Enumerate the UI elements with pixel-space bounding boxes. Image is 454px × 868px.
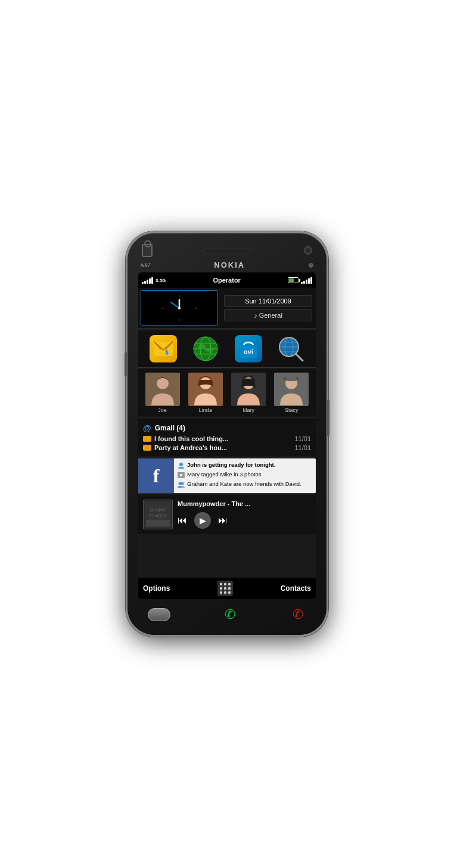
- phone-device: N97 NOKIA 3.5G Operator: [126, 231, 328, 637]
- svg-point-39: [180, 474, 182, 476]
- softkey-bar: Options Contacts: [138, 578, 316, 599]
- music-controls: ⏮ ▶ ⏭: [178, 512, 311, 529]
- contact-photo-linda: [188, 373, 223, 406]
- status-bar: 3.5G Operator: [138, 272, 316, 288]
- fb-update-1: John is getting ready for tonight.: [187, 461, 275, 469]
- play-button[interactable]: ▶: [194, 512, 211, 529]
- gmail-item-1[interactable]: I found this cool thing... 11/01: [143, 435, 311, 442]
- contact-photo-mary: [231, 373, 266, 406]
- album-art-svg: MUMMY POWDER: [144, 500, 172, 529]
- contacts-softkey[interactable]: Contacts: [281, 584, 311, 593]
- signal-bar-2: [144, 281, 146, 284]
- stacy-avatar-svg: [274, 373, 309, 406]
- signal-icon: [142, 277, 153, 284]
- svg-point-3: [178, 307, 181, 309]
- facebook-widget[interactable]: f John is getting ready for tonight. Mar…: [138, 458, 316, 494]
- signal-bar-5: [151, 277, 153, 284]
- contact-name-mary: Mary: [242, 407, 254, 413]
- status-right: [288, 277, 312, 284]
- joe-avatar-svg: [145, 373, 180, 406]
- fb-item-3: Graham and Kate are now friends with Dav…: [178, 480, 312, 488]
- svg-rect-36: [287, 375, 296, 381]
- gmail-at-icon: @: [143, 423, 151, 433]
- fb-item-1: John is getting ready for tonight.: [178, 461, 312, 469]
- contact-mary[interactable]: Mary: [228, 373, 269, 413]
- contacts-row: Joe Linda: [138, 369, 316, 417]
- contact-photo-joe: [145, 373, 180, 406]
- options-softkey[interactable]: Options: [143, 584, 170, 593]
- gmail-header: @ Gmail (4): [143, 423, 311, 433]
- clock-widget[interactable]: Sun 11/01/2009 ♪ General: [138, 288, 316, 328]
- gmail-title: Gmail (4): [155, 424, 185, 432]
- gmail-subject-2: Party at Andrea's hou...: [154, 444, 227, 451]
- phone-screen: 3.5G Operator: [138, 272, 316, 599]
- svg-text:ovi: ovi: [244, 348, 253, 355]
- clock-face: [141, 290, 218, 326]
- phone-bottom-bar: ✆ ✆: [136, 599, 318, 627]
- contact-name-joe: Joe: [158, 407, 167, 413]
- album-art: MUMMY POWDER: [143, 500, 173, 529]
- menu-button[interactable]: [217, 581, 233, 596]
- contact-name-stacy: Stacy: [285, 407, 298, 413]
- call-button[interactable]: ✆: [222, 605, 238, 624]
- contact-joe[interactable]: Joe: [142, 373, 183, 413]
- fb-update-3: Graham and Kate are now friends with Dav…: [187, 480, 301, 488]
- ovi-app-icon[interactable]: ovi: [235, 335, 262, 362]
- fb-friends-icon: [178, 481, 185, 488]
- gmail-subject-1: I found this cool thing...: [154, 435, 228, 442]
- contact-stacy[interactable]: Stacy: [271, 373, 312, 413]
- search-app-icon[interactable]: [277, 335, 304, 362]
- contact-name-linda: Linda: [199, 407, 212, 413]
- mary-avatar-svg: [231, 373, 266, 406]
- svg-point-41: [181, 482, 184, 485]
- end-call-button[interactable]: ✆: [290, 605, 306, 624]
- gmail-date-1: 11/01: [294, 435, 311, 442]
- contact-photo-stacy: [274, 373, 309, 406]
- linda-avatar-svg: [188, 373, 223, 406]
- signal-bar-1: [142, 282, 144, 284]
- fb-person-icon-1: [178, 462, 185, 469]
- profile-display: ♪ General: [224, 309, 312, 321]
- gmail-item-2[interactable]: Party at Andrea's hou... 11/01: [143, 444, 311, 451]
- web-app-icon[interactable]: [192, 335, 219, 362]
- gmail-widget[interactable]: @ Gmail (4) I found this cool thing... 1…: [138, 418, 316, 457]
- home-button[interactable]: [148, 608, 170, 621]
- secondary-camera: [309, 263, 313, 268]
- menu-dot-row-3: [220, 591, 231, 594]
- mail-app-icon[interactable]: [150, 335, 177, 362]
- operator-label: Operator: [213, 277, 240, 284]
- music-widget[interactable]: MUMMY POWDER Mummypowder - The ... ⏮ ▶ ⏭: [138, 495, 316, 534]
- contact-linda[interactable]: Linda: [185, 373, 226, 413]
- svg-rect-46: [146, 520, 170, 527]
- ovi-icon-svg: ovi: [235, 336, 262, 362]
- call-icon: ✆: [225, 607, 235, 622]
- network-label: 3.5G: [156, 278, 166, 283]
- volume-button[interactable]: [125, 352, 128, 376]
- signal-bar-4: [149, 278, 151, 284]
- fb-item-2: Mary tagged Mike in 3 photos: [178, 471, 312, 479]
- globe-icon-svg: [192, 336, 219, 362]
- music-title: Mummypowder - The ...: [178, 500, 311, 507]
- search-globe-icon-svg: [278, 336, 304, 362]
- next-button[interactable]: ⏭: [218, 515, 228, 526]
- mail-icon-svg: [154, 342, 173, 356]
- speaker-grille: [203, 249, 251, 253]
- front-camera: [304, 246, 312, 255]
- email-icon-2: [143, 445, 151, 451]
- fb-photo-icon: [178, 472, 185, 479]
- signal-bar-3: [147, 280, 148, 284]
- fb-update-2: Mary tagged Mike in 3 photos: [187, 471, 262, 478]
- status-left: 3.5G: [142, 277, 166, 284]
- battery-icon: [288, 277, 298, 283]
- power-button[interactable]: [326, 400, 329, 436]
- facebook-logo: f: [153, 465, 160, 487]
- menu-dot-row-2: [220, 587, 231, 590]
- end-icon: ✆: [293, 607, 303, 622]
- email-icon-1: [143, 436, 151, 442]
- battery-fill: [289, 278, 294, 282]
- svg-point-37: [179, 463, 183, 466]
- prev-button[interactable]: ⏮: [178, 515, 187, 526]
- music-info: Mummypowder - The ... ⏮ ▶ ⏭: [178, 500, 311, 529]
- brand-logo: NOKIA: [214, 261, 245, 269]
- facebook-content: John is getting ready for tonight. Mary …: [174, 458, 316, 493]
